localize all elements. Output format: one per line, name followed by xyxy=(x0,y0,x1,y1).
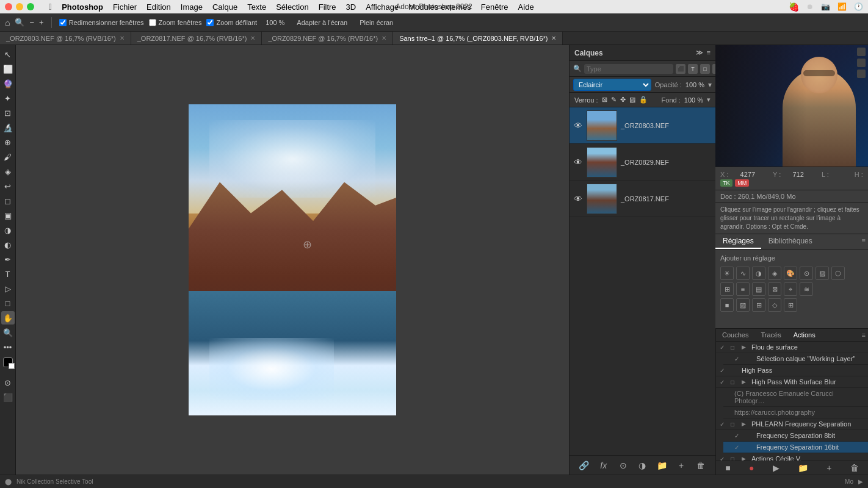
brush-tool[interactable]: 🖌 xyxy=(1,150,15,163)
layer-eye-1[interactable]: 👁 xyxy=(573,157,583,167)
close-button[interactable] xyxy=(5,3,12,10)
filter-type-icon[interactable]: T xyxy=(688,64,698,74)
action-flou[interactable]: ✓ □ ▶ Flou de surface xyxy=(716,342,868,353)
adj-pattern-icon[interactable]: ⊞ xyxy=(752,298,765,312)
expand-highpass-blur[interactable]: ▶ xyxy=(742,379,748,385)
adj-gradient-icon[interactable]: ▤ xyxy=(752,282,765,296)
zoom-in-btn[interactable]: + xyxy=(39,18,44,27)
lock-icon4[interactable]: ▨ xyxy=(629,96,635,104)
heal-tool[interactable]: ⊕ xyxy=(1,135,15,149)
reglages-panel-menu[interactable]: ≡ xyxy=(859,234,868,249)
eraser-tool[interactable]: ◻ xyxy=(1,194,15,207)
lock-icon3[interactable]: ✤ xyxy=(620,96,626,104)
search-icon[interactable]: 🔍 xyxy=(15,18,24,27)
delete-layer-icon[interactable]: 🗑 xyxy=(695,459,707,472)
adj-vibrance-icon[interactable]: ◈ xyxy=(768,267,781,280)
adj-color-balance-icon[interactable]: ⊙ xyxy=(800,267,813,280)
crop-tool[interactable]: ⊡ xyxy=(1,106,15,120)
move-tool[interactable]: ↖ xyxy=(1,48,15,61)
action-highpass[interactable]: ✓ High Pass xyxy=(716,365,868,376)
maximize-button[interactable] xyxy=(27,3,34,10)
zoom-tool[interactable]: 🔍 xyxy=(1,326,15,339)
fond-dropdown[interactable]: ▾ xyxy=(707,96,711,104)
tab-close-0[interactable]: ✕ xyxy=(120,35,125,41)
menu-calque[interactable]: Calque xyxy=(212,2,237,12)
expand-phlearn[interactable]: ▶ xyxy=(742,421,748,427)
lasso-tool[interactable]: 🔮 xyxy=(1,77,15,90)
adj-posterize-icon[interactable]: ≋ xyxy=(800,282,813,296)
lock-icon1[interactable]: ⊠ xyxy=(602,96,607,104)
menu-filtre[interactable]: Filtre xyxy=(319,2,336,12)
tab-1[interactable]: _ORZ0817.NEF @ 16,7% (RVB/16*) ✕ xyxy=(131,32,262,45)
doc-nav-icon[interactable]: ▶ xyxy=(858,478,863,485)
actions-tab[interactable]: Actions xyxy=(787,329,822,341)
history-brush-tool[interactable]: ↩ xyxy=(1,179,15,193)
tab-0[interactable]: _ORZ0803.NEF @ 16,7% (RVB/16*) ✕ xyxy=(0,32,131,45)
redimensionner-check[interactable] xyxy=(59,19,67,26)
action-freq16[interactable]: ✓ Frequency Separation 16bit xyxy=(723,442,868,453)
action-selection[interactable]: ✓ Sélection calque "Working Layer" xyxy=(723,353,868,365)
zoom-out-btn[interactable]: − xyxy=(29,18,34,27)
tab-close-2[interactable]: ✕ xyxy=(382,35,386,41)
fx-icon[interactable]: fx xyxy=(598,459,610,472)
lock-icon5[interactable]: 🔒 xyxy=(639,96,648,104)
new-action-set-icon[interactable]: 📁 xyxy=(798,463,808,473)
panel-icon-2[interactable] xyxy=(857,59,866,67)
menu-affichage[interactable]: Affichage xyxy=(366,2,399,12)
adj-selective-icon[interactable]: ⊠ xyxy=(768,282,781,296)
traces-tab[interactable]: Tracés xyxy=(754,329,787,341)
zoom-value[interactable]: 100 % xyxy=(262,18,288,27)
hand-tool[interactable]: ✋ xyxy=(1,311,15,325)
new-layer-icon[interactable]: + xyxy=(675,459,687,472)
zoom-fenetres-check[interactable] xyxy=(149,19,156,26)
more-tools[interactable]: ••• xyxy=(1,340,15,354)
stop-icon[interactable]: ■ xyxy=(725,463,730,473)
menu-aide[interactable]: Aide xyxy=(518,2,534,12)
link-layers-icon[interactable]: 🔗 xyxy=(578,459,590,472)
adj-threshold-icon[interactable]: ⌖ xyxy=(784,282,797,296)
zoom-defilant-checkbox[interactable]: Zoom défilant xyxy=(206,19,257,26)
expand-cecile[interactable]: ▶ xyxy=(742,456,748,461)
panel-icon-1[interactable] xyxy=(857,48,866,56)
adj-hsl-icon[interactable]: 🎨 xyxy=(784,267,797,280)
stamp-tool[interactable]: ◈ xyxy=(1,165,15,178)
record-icon[interactable]: ⏺ xyxy=(806,2,814,11)
menu-fichier[interactable]: Fichier xyxy=(113,2,137,12)
pen-tool[interactable]: ✒ xyxy=(1,253,15,266)
filter-shape-icon[interactable]: □ xyxy=(700,64,710,74)
tab-close-3[interactable]: ✕ xyxy=(551,35,556,41)
adj-bw-icon[interactable]: ▨ xyxy=(816,267,829,280)
adj-channel-icon[interactable]: ⊞ xyxy=(720,282,734,296)
add-mask-icon[interactable]: ⊙ xyxy=(617,459,629,472)
action-cecile[interactable]: ✓ □ ▶ Actions Cécile V. xyxy=(716,453,868,461)
canvas-image[interactable]: ⊕ xyxy=(189,104,396,415)
layers-search-input[interactable] xyxy=(584,64,673,74)
expand-flou[interactable]: ▶ xyxy=(742,344,748,350)
delete-action-icon[interactable]: 🗑 xyxy=(850,463,859,473)
tab-close-1[interactable]: ✕ xyxy=(250,35,255,41)
filter-pixel-icon[interactable]: ⬛ xyxy=(676,64,685,74)
action-url[interactable]: https://carucci.photography xyxy=(723,407,868,418)
reglages-tab[interactable]: Réglages xyxy=(715,234,761,249)
apple-icon[interactable]:  xyxy=(49,2,52,12)
menu-fenetre[interactable]: Fenêtre xyxy=(481,2,508,12)
action-carucci[interactable]: (C) Francesco Emanuele Carucci Photogr… xyxy=(723,388,868,407)
gradient-tool[interactable]: ▣ xyxy=(1,209,15,222)
adj-grid-icon[interactable]: ⊞ xyxy=(784,298,797,312)
layer-item-2[interactable]: 👁 _ORZ0817.NEF xyxy=(570,181,715,217)
adj-gradient-fill-icon[interactable]: ▨ xyxy=(736,298,750,312)
foreground-color[interactable] xyxy=(3,357,13,367)
panel-menu-icon[interactable]: ≡ xyxy=(707,49,711,57)
dodge-tool[interactable]: ◐ xyxy=(1,238,15,251)
action-phlearn[interactable]: ✓ □ ▶ PHLEARN Frequency Separation xyxy=(716,418,868,430)
opacity-dropdown-icon[interactable]: ▾ xyxy=(708,81,712,89)
tab-2[interactable]: _ORZ0829.NEF @ 16,7% (RVB/16*) ✕ xyxy=(262,32,393,45)
new-group-icon[interactable]: 📁 xyxy=(656,459,668,472)
tab-3[interactable]: Sans titre–1 @ 16,7% (_ORZ0803.NEF, RVB/… xyxy=(393,32,563,45)
layer-item-1[interactable]: 👁 _ORZ0829.NEF xyxy=(570,144,715,181)
layer-eye-0[interactable]: 👁 xyxy=(573,121,583,131)
action-freq8[interactable]: ✓ Frequency Separation 8bit xyxy=(723,430,868,442)
redimensionner-checkbox[interactable]: Redimensionner fenêtres xyxy=(59,19,144,26)
new-action-icon[interactable]: + xyxy=(826,463,831,473)
path-selection-tool[interactable]: ▷ xyxy=(1,282,15,295)
